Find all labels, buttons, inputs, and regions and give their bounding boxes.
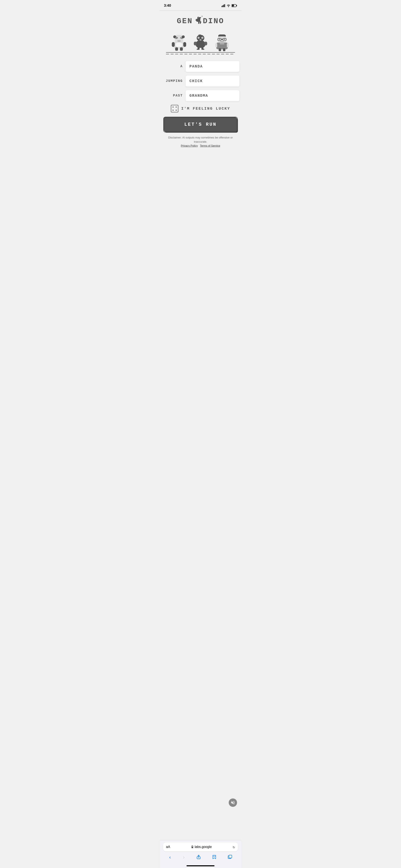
svg-rect-48 [203,49,204,50]
content-wrapper: GEN ✦ DINO [160,11,241,840]
field-a-row: A [164,61,237,72]
mute-button[interactable] [229,799,237,807]
field-a-input[interactable] [186,61,239,72]
svg-rect-36 [198,34,200,35]
status-time: 3:40 [164,4,171,8]
svg-rect-42 [196,41,205,48]
svg-rect-25 [181,37,182,38]
logo-section: GEN ✦ DINO [177,17,224,26]
svg-rect-17 [198,23,199,24]
svg-rect-30 [172,42,175,47]
svg-rect-29 [176,42,182,47]
tabs-button[interactable] [228,855,232,861]
svg-rect-24 [176,37,177,38]
ground-line [166,52,235,53]
svg-rect-11 [200,17,201,18]
battery-icon: 3 [232,4,237,7]
mute-icon [230,800,235,805]
svg-rect-62 [223,48,225,51]
field-jumping-label: JUMPING [164,79,183,83]
svg-rect-1 [223,5,223,7]
panda-character [172,34,186,52]
browser-bar: aA labs.google ↻ ‹ › [160,840,241,865]
url-bar[interactable]: aA labs.google ↻ [163,842,238,851]
disclaimer-text: Disclaimer: AI outputs may sometimes be … [168,136,233,143]
url-aa-button[interactable]: aA [166,845,170,849]
svg-rect-56 [220,41,224,42]
field-jumping-input[interactable] [186,75,239,87]
svg-rect-13 [196,19,200,22]
svg-rect-60 [227,43,229,48]
back-button[interactable]: ‹ [169,855,172,860]
wifi-icon [226,4,230,7]
svg-rect-66 [229,855,232,858]
main-content: GEN ✦ DINO [160,11,241,840]
forward-button[interactable]: › [183,855,185,860]
svg-rect-3 [224,4,225,7]
reload-button[interactable]: ↻ [233,845,235,849]
logo-part2: DINO [203,17,224,26]
grandma-character [215,34,229,52]
home-indicator [160,865,241,868]
field-past-row: PAST [164,90,237,101]
svg-rect-2 [223,5,224,7]
svg-rect-43 [194,41,197,45]
svg-rect-14 [196,19,197,21]
svg-rect-61 [219,48,221,51]
dino-icon [194,16,202,25]
svg-rect-27 [178,41,179,42]
svg-rect-55 [224,39,225,40]
signal-icon [222,4,225,7]
svg-rect-63 [191,847,193,848]
svg-rect-18 [200,23,201,24]
svg-rect-0 [222,6,222,7]
svg-text:3: 3 [233,5,234,7]
run-button[interactable]: LET'S RUN [164,117,237,132]
terms-link[interactable]: Terms of Service [200,144,220,147]
svg-rect-10 [200,18,201,19]
sparkle-icon: ✦ [201,14,203,18]
url-center: labs.google [191,845,212,849]
svg-rect-12 [198,18,198,18]
field-past-input[interactable] [186,90,239,101]
status-icons: 3 [222,4,237,7]
svg-rect-35 [199,34,201,36]
chick-character [193,34,208,52]
privacy-policy-link[interactable]: Privacy Policy [181,144,198,147]
field-past-label: PAST [164,94,183,97]
share-button[interactable] [196,855,201,861]
svg-rect-47 [197,49,198,50]
svg-rect-58 [220,42,224,44]
logo-part1: GEN [177,17,193,26]
svg-rect-9 [198,17,198,18]
field-a-label: A [164,65,183,68]
lock-icon [191,845,194,848]
svg-rect-41 [199,39,201,41]
svg-rect-40 [202,38,203,38]
svg-rect-31 [183,42,186,47]
feeling-lucky-text: I'M FEELING LUCKY [181,106,230,111]
svg-rect-6 [237,5,237,6]
home-bar [186,865,215,866]
svg-rect-33 [180,48,183,51]
svg-rect-54 [219,39,220,40]
bookmarks-button[interactable] [212,855,217,861]
feeling-lucky-button[interactable]: I'M FEELING LUCKY [171,105,230,112]
ground-dashes [166,54,235,54]
dice-icon [171,105,178,112]
browser-nav: ‹ › [163,854,238,864]
status-bar: 3:40 3 [160,0,241,10]
character-scene [164,30,237,57]
svg-rect-39 [198,38,199,38]
svg-rect-59 [215,43,217,48]
svg-rect-44 [204,41,207,45]
url-text: labs.google [195,845,212,849]
characters [164,34,237,52]
field-jumping-row: JUMPING [164,75,237,87]
disclaimer: Disclaimer: AI outputs may sometimes be … [164,135,237,148]
svg-rect-32 [175,48,178,51]
logo-dino: ✦ [194,16,202,25]
